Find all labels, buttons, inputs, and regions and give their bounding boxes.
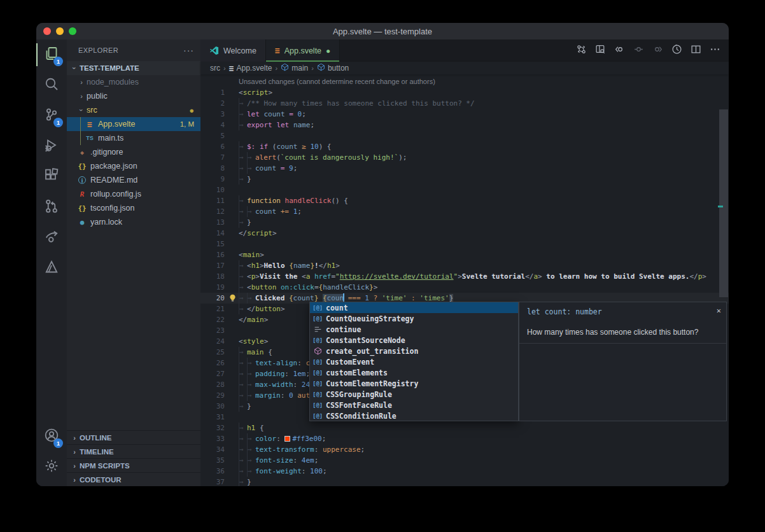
- code-line-37[interactable]: 37→}: [200, 477, 729, 486]
- pull-request-icon: [44, 199, 59, 216]
- sidebar-item-tsconfig.json[interactable]: {}tsconfig.json: [67, 201, 200, 215]
- close-icon[interactable]: ✕: [717, 306, 721, 315]
- title-bar[interactable]: App.svelte — test-template: [36, 23, 729, 39]
- suggest-item-CSSFontFaceRule[interactable]: [@]CSSFontFaceRule: [310, 400, 518, 410]
- sidebar-item-yarn.lock[interactable]: ●yarn.lock: [67, 215, 200, 229]
- nav-current-button[interactable]: [631, 43, 646, 59]
- code-line-18[interactable]: 18→<p>Visit the <a href="https://svelte.…: [200, 271, 729, 282]
- breadcrumb-item-app-svelte[interactable]: ≡App.svelte: [229, 64, 272, 73]
- code-line-17[interactable]: 17→<h1>Hello {name}!</h1>: [200, 260, 729, 271]
- sidebar-section-timeline[interactable]: ›TIMELINE: [67, 444, 200, 458]
- breadcrumb-item-button[interactable]: button: [317, 63, 349, 73]
- activity-azure[interactable]: [36, 253, 67, 284]
- sidebar-section-outline[interactable]: ›OUTLINE: [67, 430, 200, 444]
- code-line-19[interactable]: 19→<button on:click={handleClick}>: [200, 282, 729, 293]
- zoom-button[interactable]: [69, 27, 76, 35]
- code-line-16[interactable]: 16<main>: [200, 249, 729, 260]
- suggest-item-create_out_transition[interactable]: create_out_transition: [310, 346, 518, 356]
- activity-settings[interactable]: [36, 452, 67, 482]
- suggest-label: CSSConditionRule: [326, 412, 397, 421]
- activity-live-share[interactable]: [36, 223, 67, 253]
- activity-extensions[interactable]: [36, 162, 67, 192]
- code-line-7[interactable]: 7→→alert(`count is dangerously high!`);: [200, 152, 729, 163]
- sidebar-item-main.ts[interactable]: TSmain.ts: [67, 131, 200, 145]
- workspace-section-header[interactable]: › TEST-TEMPLATE: [67, 61, 200, 75]
- code-line-11[interactable]: 11→function handleClick() {: [200, 195, 729, 206]
- gitlens-annotations-button[interactable]: [573, 43, 589, 59]
- sidebar-item-.gitignore[interactable]: ◆.gitignore: [67, 145, 200, 159]
- activity-explorer[interactable]: 1: [36, 39, 67, 70]
- variable-icon: [@]: [312, 316, 323, 322]
- activity-run-debug[interactable]: [36, 131, 67, 162]
- line-number: 14: [200, 228, 225, 239]
- suggest-item-count[interactable]: [@]count: [310, 302, 518, 313]
- sidebar-item-src[interactable]: ›src●: [67, 103, 200, 117]
- tab-app-svelte[interactable]: ≡App.svelte●: [266, 39, 340, 62]
- suggest-item-CustomElementRegistry[interactable]: [@]CustomElementRegistry: [310, 378, 518, 389]
- sidebar-section-codetour[interactable]: ›CODETOUR: [67, 472, 200, 486]
- split-editor-button[interactable]: [688, 43, 703, 59]
- code-line-15[interactable]: 15: [200, 239, 729, 249]
- code-line-5[interactable]: 5: [200, 130, 729, 141]
- activity-github-pull-requests[interactable]: [36, 192, 67, 223]
- lightbulb-icon[interactable]: [228, 294, 237, 302]
- sidebar-item-rollup.config.js[interactable]: Rrollup.config.js: [67, 187, 200, 201]
- close-button[interactable]: [43, 27, 51, 35]
- suggest-item-ConstantSourceNode[interactable]: [@]ConstantSourceNode: [310, 335, 518, 346]
- line-number: 20: [200, 293, 225, 304]
- breadcrumb-item-src[interactable]: src: [210, 64, 220, 73]
- breadcrumb-item-main[interactable]: main: [281, 63, 308, 73]
- code-line-14[interactable]: 14</script>: [200, 228, 729, 239]
- file-name: main.ts: [98, 134, 123, 143]
- sidebar-item-README.md[interactable]: iREADME.md: [67, 173, 200, 187]
- activity-search[interactable]: [36, 70, 67, 101]
- suggest-item-continue[interactable]: continue: [310, 324, 518, 335]
- code-line-9[interactable]: 9→}: [200, 174, 729, 185]
- code-line-3[interactable]: 3→let count = 0;: [200, 109, 729, 120]
- file-history-button[interactable]: [669, 43, 684, 59]
- variable-icon: [@]: [312, 305, 323, 311]
- code-line-32[interactable]: 32→h1 {: [200, 423, 729, 433]
- sidebar-title: EXPLORER: [78, 46, 118, 54]
- suggest-item-CSSGroupingRule[interactable]: [@]CSSGroupingRule: [310, 389, 518, 400]
- code-line-33[interactable]: 33→→color: #ff3e00;: [200, 433, 729, 444]
- line-number: 21: [200, 304, 225, 314]
- activity-accounts[interactable]: 1: [36, 421, 67, 452]
- code-line-10[interactable]: 10: [200, 185, 729, 195]
- nav-forward-button[interactable]: [650, 43, 665, 59]
- code-line-6[interactable]: 6→$: if (count ≥ 10) {: [200, 141, 729, 152]
- sidebar-item-public[interactable]: ›public: [67, 89, 200, 103]
- scrollbar-thumb[interactable]: [719, 109, 728, 297]
- code-line-35[interactable]: 35→→font-size: 4em;: [200, 455, 729, 466]
- suggest-item-customElements[interactable]: [@]customElements: [310, 367, 518, 378]
- sidebar-item-node_modules[interactable]: ›node_modules: [67, 75, 200, 89]
- minimize-button[interactable]: [56, 27, 64, 35]
- keyword-icon: [312, 325, 323, 333]
- code-line-34[interactable]: 34→→text-transform: uppercase;: [200, 444, 729, 455]
- breadcrumb[interactable]: src›≡App.svelte›main›button: [200, 62, 729, 74]
- code-line-13[interactable]: 13→}: [200, 217, 729, 228]
- tab-welcome[interactable]: Welcome: [200, 39, 266, 62]
- editor-scrollbar[interactable]: [718, 109, 729, 486]
- nav-back-button[interactable]: [612, 43, 627, 59]
- code-line-4[interactable]: 4→export let name;: [200, 120, 729, 130]
- code-line-36[interactable]: 36→→font-weight: 100;: [200, 466, 729, 477]
- more-actions-button[interactable]: [707, 43, 722, 59]
- sidebar-item-App.svelte[interactable]: ≡App.svelte1, M: [67, 117, 200, 131]
- circle-icon: [633, 44, 644, 57]
- code-line-12[interactable]: 12→→count += 1;: [200, 206, 729, 217]
- more-actions-icon[interactable]: ···: [183, 45, 194, 55]
- suggest-item-CountQueuingStrategy[interactable]: [@]CountQueuingStrategy: [310, 313, 518, 324]
- code-line-1[interactable]: 1<script>: [200, 87, 729, 98]
- code-line-2[interactable]: 2→/** How many times has someone clicked…: [200, 98, 729, 109]
- suggest-item-CustomEvent[interactable]: [@]CustomEvent: [310, 356, 518, 367]
- code-line-8[interactable]: 8→→count = 9;: [200, 163, 729, 174]
- suggest-item-CSSConditionRule[interactable]: [@]CSSConditionRule: [310, 410, 518, 421]
- code-editor[interactable]: Unsaved changes (cannot determine recent…: [200, 74, 729, 486]
- json-icon: {}: [76, 204, 88, 213]
- sidebar-section-npm-scripts[interactable]: ›NPM SCRIPTS: [67, 458, 200, 472]
- open-preview-button[interactable]: [593, 43, 608, 59]
- sidebar-item-package.json[interactable]: {}package.json: [67, 159, 200, 173]
- activity-source-control[interactable]: 1: [36, 101, 67, 131]
- line-number: 15: [200, 239, 225, 249]
